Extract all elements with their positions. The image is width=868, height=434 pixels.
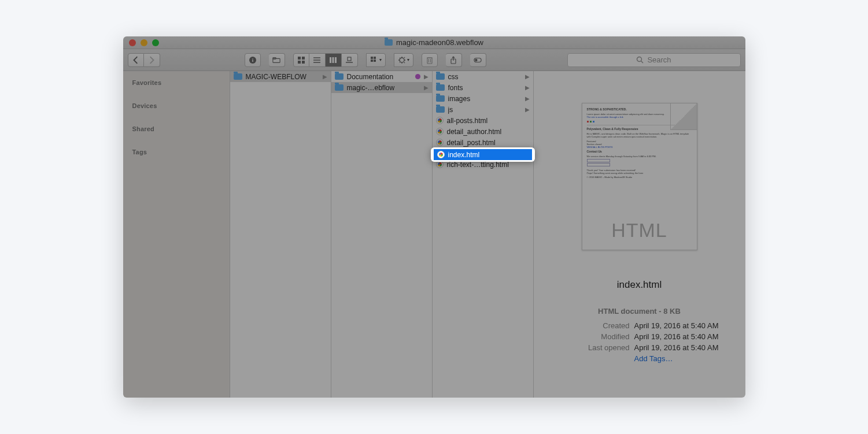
file-all-posts[interactable]: all-posts.html: [433, 115, 533, 126]
folder-icon: [436, 84, 445, 91]
folder-icon: [385, 39, 393, 46]
selected-file-highlight: index.html: [431, 147, 535, 162]
finder-window: magic-madeon08.webflow i ▾ ▾ Search: [123, 36, 745, 398]
titlebar: magic-madeon08.webflow: [123, 36, 745, 49]
created-date: April 19, 2016 at 5:40 AM: [634, 320, 719, 331]
folder-icon: [436, 73, 445, 80]
tags-button[interactable]: [470, 53, 486, 67]
forward-button[interactable]: [144, 53, 160, 67]
chevron-right-icon: ▶: [323, 73, 327, 80]
svg-rect-4: [298, 57, 301, 60]
svg-rect-16: [371, 57, 373, 59]
folder-icon: [335, 84, 343, 91]
chevron-right-icon: ▶: [525, 95, 530, 102]
sidebar-section-favorites[interactable]: Favorites: [123, 77, 230, 92]
column-3: css▶ fonts▶ images▶ js▶ all-posts.html d…: [433, 71, 534, 398]
svg-rect-13: [335, 57, 337, 63]
column-browser: MAGIC-WEBFLOW ▶ Documentation ▶ magic-…e…: [230, 71, 745, 398]
folder-fonts[interactable]: fonts▶: [433, 82, 533, 93]
svg-rect-7: [302, 61, 305, 64]
svg-rect-19: [374, 60, 376, 62]
preview-metadata: CreatedApril 19, 2016 at 5:40 AM Modifie…: [560, 320, 719, 364]
search-icon: [636, 56, 644, 64]
share-button[interactable]: [446, 53, 462, 67]
svg-rect-17: [374, 57, 376, 59]
sidebar-section-tags[interactable]: Tags: [123, 146, 230, 161]
preview-filename: index.html: [617, 279, 662, 291]
svg-rect-6: [298, 61, 301, 64]
folder-icon: [335, 73, 343, 80]
window-body: Favorites Devices Shared Tags MAGIC-WEBF…: [123, 71, 745, 398]
preview-pane: STRONG & SOPHISTICATED. Lorem ipsum dolo…: [534, 71, 745, 398]
window-title-text: magic-madeon08.webflow: [396, 38, 483, 47]
tag-purple-icon: [415, 74, 420, 79]
folder-documentation[interactable]: Documentation ▶: [331, 71, 432, 82]
sidebar: Favorites Devices Shared Tags: [123, 71, 230, 398]
column-2: Documentation ▶ magic-…ebflow ▶: [331, 71, 433, 398]
arrange-button[interactable]: ▾: [366, 53, 386, 67]
coverflow-view-button[interactable]: [342, 53, 358, 67]
add-tags-link[interactable]: Add Tags…: [634, 353, 673, 364]
html-file-icon: [436, 117, 444, 124]
svg-rect-11: [330, 57, 331, 63]
svg-rect-12: [333, 57, 334, 63]
view-group: [293, 53, 358, 67]
nav-group: [128, 53, 160, 67]
trash-button[interactable]: [422, 53, 438, 67]
folder-magic-webflow[interactable]: MAGIC-WEBFLOW ▶: [230, 71, 331, 82]
window-title: magic-madeon08.webflow: [123, 38, 745, 47]
svg-rect-5: [302, 57, 305, 60]
svg-rect-21: [427, 58, 432, 64]
chevron-right-icon: ▶: [525, 73, 530, 80]
modified-date: April 19, 2016 at 5:40 AM: [634, 331, 719, 342]
svg-rect-14: [348, 57, 351, 61]
new-folder-button[interactable]: [269, 53, 285, 67]
folder-js[interactable]: js▶: [433, 104, 533, 115]
opened-date: April 19, 2016 at 5:40 AM: [634, 342, 719, 353]
sidebar-section-devices[interactable]: Devices: [123, 100, 230, 115]
svg-line-29: [641, 61, 644, 64]
html-file-icon: [436, 139, 444, 146]
column-view-button[interactable]: [326, 53, 342, 67]
toolbar: i ▾ ▾ Search: [123, 49, 745, 71]
preview-kind: HTML document - 8 KB: [598, 307, 681, 316]
folder-icon: [234, 73, 242, 80]
chevron-right-icon: ▶: [525, 106, 530, 113]
file-detail-post[interactable]: detail_post.html: [433, 137, 533, 148]
icon-view-button[interactable]: [293, 53, 309, 67]
back-button[interactable]: [128, 53, 144, 67]
folder-magic-ebflow[interactable]: magic-…ebflow ▶: [331, 82, 432, 93]
chevron-right-icon: ▶: [424, 84, 429, 91]
file-thumbnail: STRONG & SOPHISTICATED. Lorem ipsum dolo…: [582, 103, 697, 250]
search-placeholder: Search: [647, 55, 671, 64]
svg-rect-18: [371, 60, 373, 62]
svg-point-27: [475, 58, 477, 61]
folder-icon: [436, 95, 445, 102]
search-field[interactable]: Search: [567, 53, 741, 67]
svg-point-28: [637, 57, 642, 62]
action-button[interactable]: ▾: [394, 53, 413, 67]
file-detail-author[interactable]: detail_author.html: [433, 126, 533, 137]
file-type-watermark: HTML: [582, 219, 697, 242]
sidebar-section-shared[interactable]: Shared: [123, 123, 230, 138]
folder-icon: [436, 106, 445, 113]
chevron-right-icon: ▶: [424, 73, 429, 80]
chevron-right-icon: ▶: [525, 84, 530, 91]
folder-images[interactable]: images▶: [433, 93, 533, 104]
info-button[interactable]: i: [245, 53, 261, 67]
folder-css[interactable]: css▶: [433, 71, 533, 82]
list-view-button[interactable]: [309, 53, 326, 67]
html-file-icon: [436, 128, 444, 135]
html-file-icon: [437, 151, 445, 158]
file-index-html[interactable]: index.html: [434, 149, 532, 160]
column-1: MAGIC-WEBFLOW ▶: [230, 71, 331, 398]
